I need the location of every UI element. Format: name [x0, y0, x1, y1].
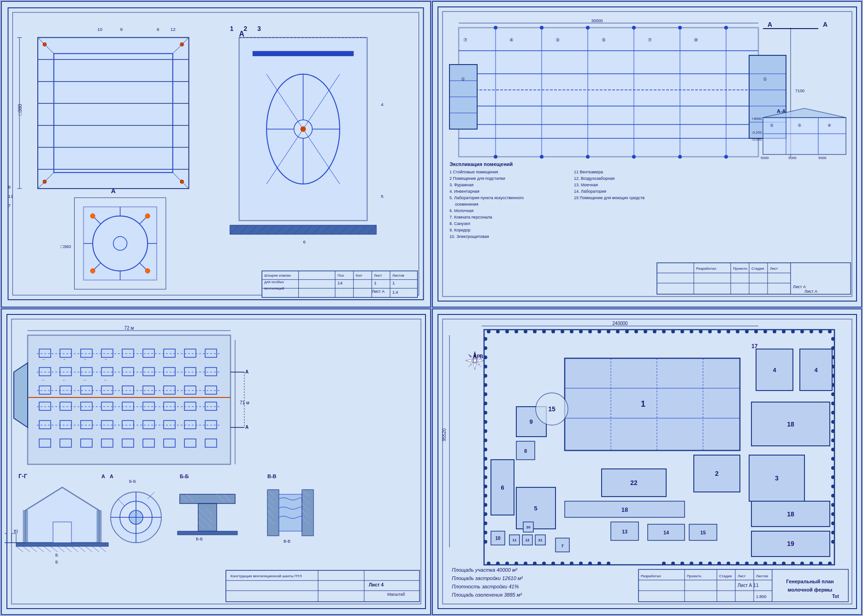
svg-text:Экспликация помещений: Экспликация помещений: [449, 161, 513, 167]
svg-point-472: [579, 562, 583, 565]
svg-point-456: [831, 494, 835, 498]
svg-text:15 Помещение для моющих средст: 15 Помещение для моющих средств: [574, 195, 644, 200]
svg-text:Генеральный план: Генеральный план: [786, 579, 833, 584]
svg-text:Поз.: Поз.: [337, 273, 344, 278]
svg-text:1: 1: [230, 25, 233, 32]
svg-point-480: [699, 562, 703, 565]
svg-point-81: [145, 269, 150, 273]
svg-point-378: [487, 330, 491, 333]
svg-point-131: [678, 26, 682, 30]
svg-point-413: [810, 330, 813, 333]
svg-text:30000: 30000: [591, 18, 603, 23]
svg-text:А: А: [110, 474, 113, 479]
svg-text:Плотность застройки 41%: Плотность застройки 41%: [452, 584, 519, 589]
svg-text:10. Электрощитовая: 10. Электрощитовая: [449, 234, 489, 239]
svg-point-492: [810, 562, 813, 565]
svg-point-482: [717, 562, 721, 565]
svg-text:Б: Б: [55, 560, 58, 564]
svg-text:Лист А: Лист А: [804, 289, 817, 294]
svg-text:4. Инвентарная: 4. Инвентарная: [449, 189, 479, 194]
svg-text:15: 15: [548, 405, 556, 413]
svg-text:+4000: +4000: [751, 117, 762, 121]
svg-point-469: [551, 562, 555, 565]
svg-point-481: [708, 562, 712, 565]
svg-text:А: А: [245, 369, 248, 374]
svg-point-424: [484, 411, 487, 415]
svg-point-451: [831, 448, 835, 451]
svg-rect-201: [791, 263, 851, 294]
svg-text:Лист: Лист: [738, 574, 746, 578]
svg-text:5: 5: [534, 505, 537, 512]
svg-text:9: 9: [120, 27, 123, 32]
svg-text:①: ①: [461, 77, 465, 82]
svg-point-429: [484, 457, 487, 461]
svg-text:←: ←: [83, 378, 87, 382]
svg-rect-155: [763, 118, 846, 154]
svg-point-493: [819, 562, 822, 565]
svg-text:③: ③: [556, 37, 560, 42]
tl-page-label: Лист А: [372, 289, 384, 294]
svg-point-439: [831, 337, 835, 341]
svg-text:12: 12: [170, 27, 176, 32]
svg-text:Площадь застройки 12610 м²: Площадь застройки 12610 м²: [452, 575, 523, 581]
svg-point-452: [831, 457, 835, 461]
svg-text:1: 1: [641, 399, 645, 409]
svg-point-449: [831, 429, 835, 433]
svg-point-391: [607, 330, 610, 333]
svg-text:14: 14: [337, 280, 343, 285]
svg-point-401: [699, 330, 703, 333]
svg-text:11: 11: [8, 194, 13, 199]
svg-point-400: [690, 330, 693, 333]
svg-point-407: [754, 330, 758, 333]
svg-point-379: [496, 330, 500, 333]
svg-point-418: [484, 355, 487, 359]
bl-drawing: 72 м 71 м: [5, 312, 429, 612]
svg-point-434: [484, 503, 487, 507]
svg-text:12. Воздухозаборная: 12. Воздухозаборная: [574, 176, 615, 181]
svg-text:А: А: [823, 21, 828, 28]
svg-point-384: [542, 330, 546, 333]
svg-point-43: [300, 126, 306, 132]
svg-point-486: [754, 562, 758, 565]
svg-point-455: [831, 485, 835, 488]
svg-text:6: 6: [501, 484, 504, 491]
svg-text:Проектн.: Проектн.: [687, 574, 702, 578]
svg-point-395: [644, 330, 647, 333]
svg-point-16: [180, 42, 183, 46]
svg-point-438: [484, 540, 487, 544]
svg-text:⑩: ⑩: [694, 37, 698, 42]
svg-text:15: 15: [700, 530, 706, 535]
svg-text:→: →: [83, 357, 87, 361]
svg-text:5. Лаборатория пункта искусств: 5. Лаборатория пункта искусственного: [449, 195, 524, 200]
svg-text:←: ←: [104, 378, 107, 382]
svg-text:-0.252: -0.252: [751, 130, 762, 135]
svg-text:Б: Б: [55, 553, 58, 557]
svg-point-477: [671, 562, 675, 565]
svg-point-80: [90, 269, 95, 273]
svg-point-381: [514, 330, 518, 333]
svg-point-414: [819, 330, 822, 333]
svg-text:6. Молочная: 6. Молочная: [449, 208, 473, 213]
svg-point-15: [42, 42, 46, 46]
main-grid: □380 8 11 7 10 9 6 12 1 2 3: [0, 0, 863, 616]
svg-text:5000: 5000: [818, 156, 827, 160]
svg-text:8: 8: [8, 184, 11, 190]
svg-rect-300: [23, 510, 28, 543]
svg-point-436: [484, 521, 487, 525]
svg-text:Листов: Листов: [392, 273, 404, 278]
svg-point-426: [484, 429, 487, 433]
svg-text:18: 18: [621, 506, 628, 513]
svg-text:Кол: Кол: [355, 273, 362, 278]
svg-point-462: [487, 562, 491, 565]
svg-text:3: 3: [257, 25, 261, 32]
svg-text:14. Лаборатория: 14. Лаборатория: [574, 189, 606, 194]
svg-point-433: [484, 494, 487, 498]
svg-point-389: [588, 330, 592, 333]
svg-point-385: [551, 330, 555, 333]
tot-label: Tot: [832, 594, 839, 599]
svg-text:95520: 95520: [442, 428, 447, 441]
svg-text:10: 10: [495, 536, 501, 541]
svg-point-383: [533, 330, 537, 333]
svg-point-133: [494, 155, 497, 159]
svg-point-405: [736, 330, 739, 333]
